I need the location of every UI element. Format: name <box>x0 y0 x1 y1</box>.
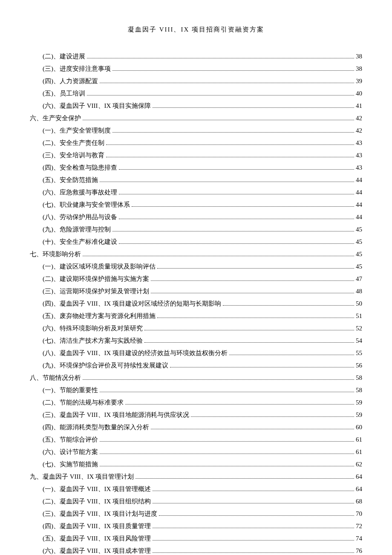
toc-entry-page: 61 <box>356 434 362 445</box>
toc-entry-page: 58 <box>356 384 362 396</box>
toc-entry: (九)、危险源管理与控制45 <box>30 224 362 235</box>
toc-entry-label: (三)、进度安排注意事项 <box>43 63 111 75</box>
toc-leader-dots <box>125 404 354 405</box>
toc-entry: 九、凝血因子 VIII、IX 项目管理计划64 <box>30 471 362 483</box>
toc-leader-dots <box>83 379 354 380</box>
toc-entry: (三)、凝血因子 VIII、IX 项目地能源消耗与供应状况59 <box>30 409 362 421</box>
toc-entry-label: (六)、凝血因子 VIII、IX 项目实施保障 <box>43 100 151 112</box>
toc-entry: (二)、建设进展38 <box>30 51 362 62</box>
toc-entry: (六)、特殊环境影响分析及对策研究52 <box>30 323 362 334</box>
toc-leader-dots <box>191 416 354 417</box>
toc-leader-dots <box>100 182 354 182</box>
toc-entry-label: (九)、危险源管理与控制 <box>43 224 111 235</box>
toc-leader-dots <box>106 157 354 157</box>
toc-entry-page: 43 <box>356 137 362 149</box>
toc-entry-label: (三)、凝血因子 VIII、IX 项目计划与进度 <box>43 508 157 520</box>
toc-entry-page: 55 <box>356 347 362 359</box>
toc-leader-dots <box>229 355 354 355</box>
toc-leader-dots <box>83 120 354 120</box>
toc-entry-label: 八、节能情况分析 <box>30 372 81 384</box>
toc-entry: (五)、安全防范措施44 <box>30 174 362 186</box>
toc-entry: (四)、人力资源配置39 <box>30 75 362 87</box>
toc-entry: (十)、安全生产标准化建设45 <box>30 236 362 248</box>
document-header-title: 凝血因子 VIII、IX 项目招商引资融资方案 <box>30 26 362 34</box>
toc-entry: (一)、凝血因子 VIII、IX 项目管理概述64 <box>30 483 362 495</box>
toc-entry-label: (七)、职业健康与安全管理体系 <box>43 199 130 211</box>
toc-leader-dots <box>135 478 354 479</box>
toc-entry: (二)、凝血因子 VIII、IX 项目组织结构68 <box>30 496 362 507</box>
toc-leader-dots <box>151 293 354 293</box>
toc-entry: (二)、建设期环境保护措施与实施方案47 <box>30 273 362 285</box>
toc-leader-dots <box>144 342 354 343</box>
toc-entry-page: 64 <box>356 483 362 495</box>
toc-leader-dots <box>157 268 354 269</box>
toc-leader-dots <box>153 491 354 491</box>
toc-leader-dots <box>132 206 354 207</box>
toc-entry-label: (一)、建设区域环境质量现状及影响评估 <box>43 261 156 272</box>
toc-entry-label: (九)、环境保护综合评价及可持续性发展建议 <box>43 360 168 371</box>
toc-entry-label: (二)、凝血因子 VIII、IX 项目组织结构 <box>43 496 151 507</box>
toc-entry: (三)、运营期环境保护对策及管理计划48 <box>30 286 362 297</box>
toc-leader-dots <box>170 367 354 367</box>
toc-entry: (五)、凝血因子 VIII、IX 项目风险管理74 <box>30 533 362 544</box>
toc-entry: (五)、废弃物处理方案与资源化利用措施51 <box>30 310 362 322</box>
toc-entry: (六)、应急救援与事故处理44 <box>30 187 362 198</box>
toc-entry-label: (八)、劳动保护用品与设备 <box>43 211 117 223</box>
toc-entry: (八)、凝血因子 VIII、IX 项目建设的经济效益与环境效益权衡分析55 <box>30 347 362 359</box>
toc-entry-label: (二)、建设进展 <box>43 51 85 62</box>
toc-entry-page: 62 <box>356 459 362 470</box>
toc-entry-label: (二)、建设期环境保护措施与实施方案 <box>43 273 149 285</box>
toc-entry-page: 61 <box>356 446 362 458</box>
toc-leader-dots <box>100 392 354 392</box>
toc-entry-page: 45 <box>356 236 362 248</box>
toc-entry: 七、环境影响分析45 <box>30 249 362 260</box>
toc-entry-label: (八)、凝血因子 VIII、IX 项目建设的经济效益与环境效益权衡分析 <box>43 347 228 359</box>
toc-leader-dots <box>223 305 354 306</box>
toc-entry-label: (五)、废弃物处理方案与资源化利用措施 <box>43 310 156 322</box>
toc-entry: (五)、节能综合评价61 <box>30 434 362 445</box>
toc-entry-label: (一)、凝血因子 VIII、IX 项目管理概述 <box>43 483 151 495</box>
toc-leader-dots <box>87 95 354 95</box>
toc-entry-label: (五)、节能综合评价 <box>43 434 98 445</box>
toc-leader-dots <box>100 441 354 442</box>
toc-leader-dots <box>153 552 354 553</box>
toc-entry: (四)、凝血因子 VIII、IX 项目质量管理72 <box>30 520 362 532</box>
toc-entry-page: 51 <box>356 310 362 322</box>
toc-entry-label: (四)、凝血因子 VIII、IX 项目质量管理 <box>43 520 151 532</box>
toc-entry-label: (五)、员工培训 <box>43 88 85 99</box>
toc-entry: (一)、节能的重要性58 <box>30 384 362 396</box>
toc-leader-dots <box>157 318 354 318</box>
toc-leader-dots <box>106 145 354 145</box>
toc-entry: (二)、安全生产责任制43 <box>30 137 362 149</box>
toc-entry: (三)、凝血因子 VIII、IX 项目计划与进度70 <box>30 508 362 520</box>
toc-entry-page: 44 <box>356 174 362 186</box>
toc-entry-label: (四)、凝血因子 VIII、IX 项目建设对区域经济的短期与长期影响 <box>43 298 221 309</box>
toc-entry-page: 68 <box>356 496 362 507</box>
toc-entry: (三)、安全培训与教育43 <box>30 150 362 161</box>
toc-entry: (一)、生产安全管理制度42 <box>30 125 362 136</box>
toc-entry-page: 72 <box>356 520 362 532</box>
toc-entry-label: (五)、安全防范措施 <box>43 174 98 186</box>
toc-entry-label: (四)、能源消耗类型与数量的深入分析 <box>43 422 149 433</box>
toc-entry-page: 43 <box>356 150 362 161</box>
table-of-contents: (二)、建设进展38(三)、进度安排注意事项38(四)、人力资源配置39(五)、… <box>30 51 362 555</box>
toc-entry-page: 45 <box>356 249 362 260</box>
toc-entry-page: 59 <box>356 397 362 408</box>
toc-leader-dots <box>151 429 354 429</box>
toc-leader-dots <box>112 132 354 133</box>
toc-entry-label: (六)、特殊环境影响分析及对策研究 <box>43 323 143 334</box>
toc-entry-page: 45 <box>356 261 362 272</box>
toc-leader-dots <box>87 58 354 58</box>
toc-leader-dots <box>153 528 354 528</box>
toc-entry: (四)、凝血因子 VIII、IX 项目建设对区域经济的短期与长期影响50 <box>30 298 362 309</box>
toc-entry: (六)、凝血因子 VIII、IX 项目实施保障41 <box>30 100 362 112</box>
toc-entry-page: 70 <box>356 508 362 520</box>
toc-entry-page: 76 <box>356 545 362 555</box>
toc-entry: (一)、建设区域环境质量现状及影响评估45 <box>30 261 362 272</box>
toc-entry-page: 47 <box>356 273 362 285</box>
toc-entry-page: 64 <box>356 471 362 483</box>
toc-entry-page: 45 <box>356 224 362 235</box>
toc-entry-label: 六、生产安全保护 <box>30 113 81 124</box>
toc-leader-dots <box>100 454 354 454</box>
toc-entry-label: (六)、应急救援与事故处理 <box>43 187 117 198</box>
